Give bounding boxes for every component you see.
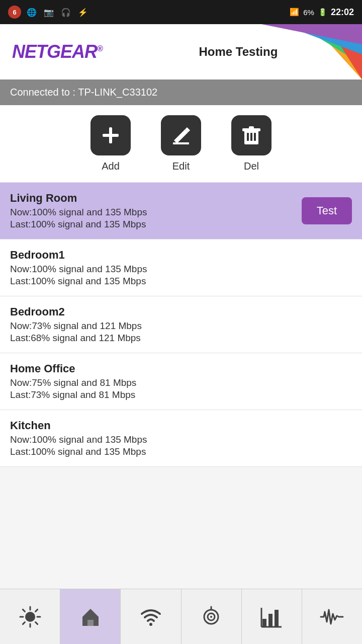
- location-name: Living Room: [10, 192, 302, 205]
- location-last: Last:100% signal and 135 Mbps: [10, 219, 302, 230]
- add-label: Add: [102, 160, 120, 172]
- connection-bar: Connected to : TP-LINK_C33102: [0, 79, 362, 105]
- location-name: Kitchen: [10, 419, 352, 432]
- list-item[interactable]: Home OfficeNow:75% signal and 81 MbpsLas…: [0, 353, 362, 410]
- bottom-nav: [0, 589, 362, 644]
- camera-icon: 📷: [42, 6, 55, 19]
- location-now: Now:100% signal and 135 Mbps: [10, 264, 352, 275]
- delete-icon: [231, 115, 272, 155]
- usb-icon: ⚡: [76, 6, 89, 19]
- svg-rect-1: [103, 134, 119, 137]
- location-info: Bedroom2Now:73% signal and 121 MbpsLast:…: [10, 305, 352, 344]
- delete-label: Del: [244, 160, 259, 172]
- svg-point-11: [149, 623, 152, 626]
- location-info: Home OfficeNow:75% signal and 81 MbpsLas…: [10, 362, 352, 400]
- chrome-icon: 🌐: [25, 6, 38, 19]
- list-item[interactable]: Bedroom1Now:100% signal and 135 MbpsLast…: [0, 239, 362, 296]
- svg-rect-5: [249, 126, 254, 129]
- location-last: Last:100% signal and 135 Mbps: [10, 276, 352, 287]
- nav-signal[interactable]: [182, 589, 242, 644]
- location-now: Now:100% signal and 135 Mbps: [10, 207, 302, 218]
- location-name: Bedroom1: [10, 249, 352, 262]
- location-now: Now:73% signal and 121 Mbps: [10, 320, 352, 332]
- location-now: Now:75% signal and 81 Mbps: [10, 377, 352, 388]
- status-right: 📶 6% 🔋 22:02: [290, 7, 354, 18]
- test-button[interactable]: Test: [302, 197, 352, 224]
- location-info: Bedroom1Now:100% signal and 135 MbpsLast…: [10, 249, 352, 287]
- status-left: 6 🌐 📷 🎧 ⚡: [8, 6, 89, 19]
- header: NETGEAR® Home Testing: [0, 24, 362, 79]
- location-last: Last:100% signal and 135 Mbps: [10, 446, 352, 457]
- svg-rect-6: [247, 133, 249, 141]
- headphone-icon: 🎧: [59, 6, 72, 19]
- nav-waveform[interactable]: [302, 589, 362, 644]
- wifi-icon: 📶: [290, 8, 299, 17]
- battery-percent: 6%: [303, 8, 314, 17]
- notification-count: 6: [8, 6, 21, 19]
- nav-chart[interactable]: [242, 589, 302, 644]
- list-item[interactable]: KitchenNow:100% signal and 135 MbpsLast:…: [0, 410, 362, 467]
- edit-label: Edit: [172, 160, 190, 172]
- nav-wifi[interactable]: [121, 589, 181, 644]
- svg-rect-7: [250, 133, 252, 141]
- list-item[interactable]: Living RoomNow:100% signal and 135 MbpsL…: [0, 183, 362, 239]
- delete-button[interactable]: Del: [231, 115, 272, 172]
- battery-icon: 🔋: [318, 8, 327, 16]
- svg-rect-18: [275, 610, 279, 627]
- status-bar: 6 🌐 📷 🎧 ⚡ 📶 6% 🔋 22:02: [0, 0, 362, 24]
- location-info: KitchenNow:100% signal and 135 MbpsLast:…: [10, 419, 352, 457]
- edit-icon: [161, 115, 201, 155]
- location-list: Living RoomNow:100% signal and 135 MbpsL…: [0, 183, 362, 467]
- logo-text: NETGEAR®: [12, 41, 103, 62]
- location-last: Last:68% signal and 121 Mbps: [10, 333, 352, 344]
- svg-rect-2: [173, 142, 189, 144]
- list-item[interactable]: Bedroom2Now:73% signal and 121 MbpsLast:…: [0, 296, 362, 353]
- location-name: Home Office: [10, 362, 352, 375]
- location-info: Living RoomNow:100% signal and 135 MbpsL…: [10, 192, 302, 230]
- svg-point-14: [210, 616, 212, 618]
- spacer: [0, 467, 362, 527]
- svg-rect-10: [87, 620, 94, 626]
- location-name: Bedroom2: [10, 305, 352, 318]
- toolbar: Add Edit Del: [0, 105, 362, 183]
- netgear-logo: NETGEAR®: [0, 41, 115, 62]
- svg-rect-8: [254, 133, 256, 141]
- svg-rect-16: [262, 619, 266, 627]
- connection-text: Connected to : TP-LINK_C33102: [10, 87, 157, 98]
- svg-rect-17: [268, 614, 273, 627]
- nav-brightness[interactable]: [0, 589, 60, 644]
- location-last: Last:73% signal and 81 Mbps: [10, 389, 352, 400]
- clock: 22:02: [331, 7, 354, 18]
- add-button[interactable]: Add: [90, 115, 131, 172]
- add-icon: [90, 115, 131, 155]
- svg-point-9: [25, 612, 35, 622]
- header-decoration: [261, 24, 362, 79]
- edit-button[interactable]: Edit: [161, 115, 201, 172]
- location-now: Now:100% signal and 135 Mbps: [10, 434, 352, 445]
- nav-home[interactable]: [60, 589, 121, 644]
